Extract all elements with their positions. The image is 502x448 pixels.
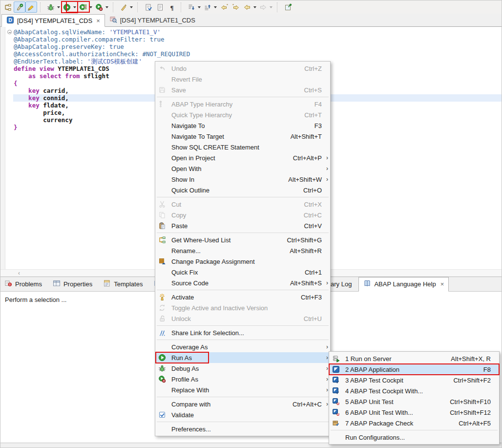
bottom-tab-abap-language-help[interactable]: ABAP Language Help×	[358, 277, 449, 292]
menu-item-change-package-assignment[interactable]: Change Package Assignment	[156, 256, 330, 267]
dropdown-arrow-icon[interactable]	[73, 6, 76, 8]
menu-item-preferences[interactable]: Preferences...	[156, 424, 330, 434]
highlighter-icon	[27, 3, 35, 11]
run-button[interactable]	[62, 1, 78, 13]
menu-item-label: Paste	[171, 222, 188, 230]
menu-item-7-abap-package-check[interactable]: 7 ABAP Package CheckCtrl+Alt+F5	[330, 418, 499, 428]
menu-item-label: Run As	[171, 354, 192, 362]
menu-item-navigate-to-target[interactable]: Navigate To TargetAlt+Shift+T	[156, 131, 330, 142]
debug-button[interactable]	[45, 1, 62, 13]
menu-item-navigate-to[interactable]: Navigate ToF3	[156, 120, 330, 131]
menu-item-validate[interactable]: Validate	[156, 409, 330, 420]
svg-text:D: D	[8, 18, 12, 23]
bottom-tab-problems[interactable]: Problems	[4, 279, 42, 289]
menu-item-open-in-project[interactable]: Open in ProjectCtrl+Alt+P›	[156, 152, 330, 163]
menu-item-label: Quick Type Hierarchy	[171, 111, 232, 119]
menu-item-activate[interactable]: ActivateCtrl+F3	[156, 292, 330, 302]
editor-tab-ds4-ytemplate1-cds-1[interactable]: [DS4] YTEMPLATE1_CDS	[105, 14, 200, 26]
menu-item-quick-outline[interactable]: Quick OutlineCtrl+O	[156, 185, 330, 195]
check-object-button[interactable]	[143, 1, 154, 13]
menu-item-shortcut: Alt+Shift+W	[279, 176, 322, 183]
run-icon	[157, 354, 167, 362]
menu-item-3-abap-test-cockpit[interactable]: 3 ABAP Test CockpitCtrl+Shift+F2	[330, 375, 499, 385]
menu-item-5-abap-unit-test[interactable]: U5 ABAP Unit TestCtrl+Shift+F10	[330, 396, 499, 407]
fold-collapse-icon[interactable]	[7, 30, 12, 34]
dropdown-arrow-icon[interactable]	[270, 6, 272, 8]
menu-item-debug-as[interactable]: Debug As›	[156, 363, 330, 374]
menu-item-open-with[interactable]: Open With›	[156, 163, 330, 174]
menu-item-share-link-for-selection[interactable]: Share Link for Selection...	[156, 327, 330, 338]
profile-icon	[157, 375, 167, 383]
bottom-tab-templates[interactable]: Templates	[103, 279, 143, 289]
submenu-arrow-icon: ›	[322, 376, 328, 383]
submenu-arrow-icon: ›	[322, 176, 328, 183]
menu-item-profile-as[interactable]: Profile As›	[156, 374, 330, 384]
highlight-toggle[interactable]	[25, 1, 37, 13]
last-edit-forward-button[interactable]: *	[230, 1, 242, 13]
coverage-button[interactable]	[78, 1, 94, 13]
gold-left-star-icon: *	[220, 3, 228, 11]
menu-item-run-as[interactable]: Run As›	[156, 352, 330, 363]
no-icon	[157, 154, 167, 162]
format-source-button[interactable]	[154, 1, 166, 13]
last-edit-back-button[interactable]: *	[218, 1, 230, 13]
menu-item-2-abap-application[interactable]: 2 ABAP ApplicationF8	[330, 364, 499, 375]
main-toolbar: ¶**	[0, 0, 502, 14]
tab-clipped-log[interactable]: ary Log	[331, 280, 352, 288]
prev-annotation-button[interactable]	[202, 1, 218, 13]
test-cockpit-icon	[331, 376, 341, 384]
menu-item-replace-with[interactable]: Replace With›	[156, 384, 330, 395]
menu-item-shortcut: Ctrl+Alt+C	[284, 401, 322, 408]
menu-item-paste[interactable]: PasteCtrl+V	[156, 220, 330, 231]
menu-item-compare-with[interactable]: Compare withCtrl+Alt+C›	[156, 399, 330, 409]
menu-item-source-code[interactable]: Source CodeAlt+Shift+S›	[156, 277, 330, 288]
toolbar-separator	[137, 2, 142, 12]
menu-item-coverage-as[interactable]: Coverage As›	[156, 341, 330, 352]
ddl-source-icon: D	[6, 16, 14, 25]
menu-item-label: Open in Project	[171, 154, 215, 162]
run-icon	[63, 3, 71, 11]
menu-item-run-configurations[interactable]: Run Configurations...	[330, 432, 499, 443]
back-button[interactable]	[242, 1, 258, 13]
menu-item-shortcut: Ctrl+S	[295, 86, 322, 94]
menu-item-rename[interactable]: Rename...Alt+Shift+R	[156, 245, 330, 256]
menu-item-label: Toggle Active and Inactive Version	[171, 304, 268, 312]
menu-separator	[157, 397, 329, 397]
link-with-editor-button[interactable]	[2, 1, 14, 13]
bottom-tab-properties[interactable]: Properties	[53, 279, 92, 289]
mark-occurrences-toggle[interactable]	[14, 1, 25, 13]
submenu-arrow-icon: ›	[322, 354, 328, 361]
next-annotation-button[interactable]	[186, 1, 202, 13]
copy-icon	[157, 211, 167, 219]
dropdown-arrow-icon[interactable]	[57, 6, 60, 8]
menu-item-1-run-on-server[interactable]: 1 Run on ServerAlt+Shift+X, R	[330, 353, 499, 364]
menu-item-shortcut: Alt+Shift+R	[281, 247, 322, 255]
show-whitespace-button[interactable]: ¶	[166, 1, 178, 13]
menu-item-quick-fix[interactable]: Quick FixCtrl+1	[156, 267, 330, 277]
pin-editor-button[interactable]	[282, 1, 294, 13]
submenu-arrow-icon: ›	[322, 165, 328, 172]
dropdown-arrow-icon[interactable]	[89, 6, 92, 8]
profile-button[interactable]	[94, 1, 110, 13]
menu-item-shortcut: F4	[306, 101, 322, 108]
close-icon[interactable]: ×	[96, 17, 100, 24]
dropdown-arrow-icon[interactable]	[130, 6, 133, 8]
close-icon[interactable]: ×	[440, 280, 444, 288]
activate-brush-button[interactable]	[118, 1, 134, 13]
menu-item-shortcut: Ctrl+O	[294, 187, 322, 194]
no-icon	[157, 400, 167, 408]
dropdown-arrow-icon[interactable]	[214, 6, 217, 8]
menu-item-4-abap-test-cockpit-with[interactable]: 4 ABAP Test Cockpit With...	[330, 385, 499, 396]
editor-tab-ds4-ytemplate1-cds-0[interactable]: D[DS4] YTEMPLATE1_CDS×	[1, 14, 105, 27]
dropdown-arrow-icon[interactable]	[105, 6, 108, 8]
menu-item-get-where-used-list[interactable]: Get Where-Used ListCtrl+Shift+G	[156, 235, 330, 245]
bottom-tabs-right: ary Log ABAP Language Help×	[331, 277, 449, 291]
menu-item-6-abap-unit-test-with[interactable]: U6 ABAP Unit Test With...Ctrl+Shift+F12	[330, 407, 499, 418]
dropdown-arrow-icon[interactable]	[253, 6, 256, 8]
menu-item-show-in[interactable]: Show InAlt+Shift+W›	[156, 174, 330, 185]
run-server-icon	[331, 355, 341, 363]
gold-left-icon	[243, 3, 251, 11]
menu-item-show-sql-create-statement[interactable]: Show SQL CREATE Statement	[156, 142, 330, 152]
dropdown-arrow-icon[interactable]	[198, 6, 201, 8]
scroll-left-icon[interactable]: ‹	[18, 270, 20, 277]
